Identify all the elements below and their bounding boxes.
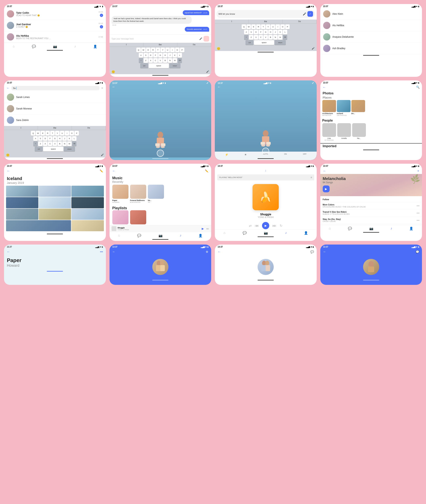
k5-n[interactable]: N [62,141,67,146]
key-n[interactable]: N [168,58,172,63]
flash-icon[interactable]: ⚡ [225,153,228,156]
tab-music-12[interactable]: ♪ [390,227,392,231]
tab-home-11[interactable]: ⌂ [223,231,226,235]
k3-p[interactable]: P [285,24,290,29]
sugg-i-5[interactable]: I [4,126,38,130]
sugg-the-3[interactable]: the [249,20,283,23]
plus-icon-12[interactable]: + [417,169,419,173]
down-icon[interactable]: ↓ [265,169,266,172]
k3-a[interactable]: A [244,30,248,35]
song-transit[interactable]: Transit V (See See Rider) NUBICK 3 • RAI… [320,210,422,217]
tab-camera[interactable]: 📷 [53,45,57,48]
key-i[interactable]: I [170,48,175,52]
key-l[interactable]: L [178,53,182,58]
sun-icon[interactable]: ☀ [244,153,247,156]
tab-person[interactable]: 👤 [93,45,97,48]
back-icon-6[interactable]: ← [112,85,116,89]
expand-icon-7[interactable]: ⤢ [312,82,314,84]
tab-person-12[interactable]: 👤 [409,227,413,231]
k5-y[interactable]: Y [55,131,59,136]
back-icon-12[interactable]: ← [323,169,326,173]
mic-icon[interactable]: 🎤 [199,37,202,40]
k5-h[interactable]: H [57,136,62,141]
back-icon-9[interactable]: ← [7,169,10,173]
key-q[interactable]: Q [136,48,141,52]
song-follow[interactable]: Follow [320,197,422,202]
k3-shift[interactable]: ⇧ [244,35,248,40]
sugg-the[interactable]: the [143,43,177,47]
k5-u[interactable]: U [60,131,64,136]
k5-m[interactable]: M [67,141,72,146]
k5-c[interactable]: C [48,141,52,146]
tab-chat-12[interactable]: 💬 [348,227,352,231]
contact-ash[interactable]: Ash Bradley [320,43,422,54]
emoji-icon-3[interactable]: 🙂 [217,47,220,50]
mosaic-5[interactable] [39,197,71,208]
key-return[interactable]: return [169,63,181,68]
key-u[interactable]: U [165,48,170,52]
contact-alu2[interactable]: Alu Heftiba [320,20,422,31]
key-k[interactable]: K [173,53,177,58]
k5-v[interactable]: V [53,141,57,146]
k3-return[interactable]: return [275,40,286,45]
tab-music-11[interactable]: ♪ [285,231,287,235]
tab-music[interactable]: ♪ [74,45,76,48]
k5-back[interactable]: ⌫ [72,141,77,146]
back-icon-15[interactable]: ← [218,250,221,254]
k3-j[interactable]: J [273,30,277,35]
emoji-icon-5[interactable]: 🙂 [6,154,9,157]
key-o[interactable]: O [175,48,179,52]
tab-camera-11[interactable]: 📷 [264,231,268,235]
key-s[interactable]: S [144,53,148,58]
k5-s[interactable]: S [38,136,43,141]
key-y[interactable]: Y [161,48,165,52]
playlist-2[interactable] [130,210,146,224]
list-icon[interactable]: ≡ [310,176,312,179]
k5-return[interactable]: return [64,147,75,151]
key-backspace[interactable]: ⌫ [178,58,182,63]
k3-back[interactable]: ⌫ [283,35,287,40]
chat-icon-16[interactable]: 💬 [416,250,419,253]
k3-e[interactable]: E [251,24,256,29]
k3-w[interactable]: W [247,24,251,29]
person-na[interactable]: Na... [352,123,366,141]
k5-j[interactable]: J [62,136,67,141]
k5-x[interactable]: X [43,141,47,146]
k3-r[interactable]: R [256,24,261,29]
arch-thumb-container[interactable]: Architecture 36 PHOTOS [322,100,336,116]
person-lisa[interactable]: Lisa 97 PHOTOS [322,123,336,141]
next-btn[interactable]: ⏭ [272,223,277,228]
back-icon-14[interactable]: ← [112,250,116,254]
contact-anayara[interactable]: Anayara Delafuente [320,31,422,43]
k3-x[interactable]: X [254,35,258,40]
mosaic-10[interactable] [6,220,71,231]
key-c[interactable]: C [153,58,158,63]
album-funeral[interactable]: Funeral Balloons BLACKWOOD [130,185,146,203]
k3-m[interactable]: M [278,35,282,40]
k3-s[interactable]: S [249,30,253,35]
k3-i[interactable]: I [276,24,280,29]
key-space[interactable]: space [149,63,169,68]
key-d[interactable]: D [149,53,153,58]
mic-icon-kb-3[interactable]: 🎤 [312,47,315,50]
person-amelie[interactable]: Amelie [337,123,351,141]
key-z[interactable]: Z [144,58,148,63]
result-sarah-monese[interactable]: Sarah Monese [4,103,106,114]
k5-a[interactable]: A [33,136,38,141]
k5-space[interactable]: space [43,147,63,151]
contact-alex[interactable]: Alex Klein [320,8,422,20]
key-f[interactable]: F [153,53,158,58]
k3-z[interactable]: Z [249,35,253,40]
result-sarah-limes[interactable]: Sarah Limes [4,91,106,103]
send-button-blue[interactable]: ✓ [307,11,313,17]
k3-d[interactable]: D [254,30,258,35]
k5-l[interactable]: L [72,136,77,141]
key-j[interactable]: J [168,53,172,58]
mini-next-btn[interactable]: ⏭ [206,227,209,230]
back-icon-5[interactable]: ← [7,86,10,90]
de-thumb-container[interactable]: De... [351,100,365,116]
k5-t[interactable]: T [50,131,55,136]
mosaic-9[interactable] [71,209,104,220]
message-item-tyler[interactable]: Tyler Collin GLAD TO HEAR THAT 😊 19:36 2 [4,8,106,20]
k5-i[interactable]: I [65,131,69,136]
